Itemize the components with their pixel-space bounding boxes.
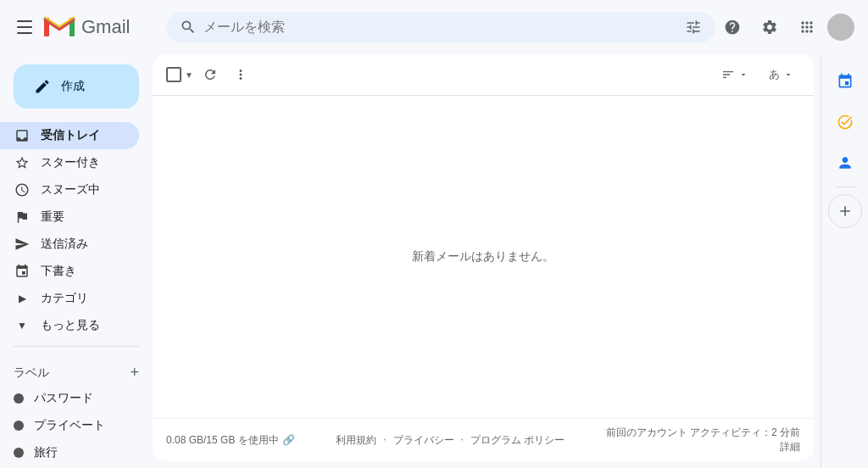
search-options-icon[interactable] (685, 19, 702, 36)
travel-dot (14, 448, 24, 458)
terms-link[interactable]: 利用規約 (336, 433, 376, 448)
password-label: パスワード (34, 391, 93, 406)
detail-link[interactable]: 詳細 (606, 440, 800, 454)
snoozed-label: スヌーズ中 (41, 182, 100, 198)
draft-icon (14, 264, 31, 279)
drafts-label: 下書き (41, 264, 76, 279)
sidebar-item-more[interactable]: ▼ もっと見る (0, 312, 139, 339)
more-options-button[interactable] (227, 61, 254, 88)
header: Gmail (0, 0, 868, 54)
checkbox-dropdown[interactable]: ▼ (185, 70, 193, 80)
sidebar-item-sent[interactable]: 送信済み (0, 231, 139, 258)
tasks-icon-btn[interactable] (828, 105, 862, 139)
help-button[interactable] (715, 10, 749, 44)
sidebar-item-snoozed[interactable]: スヌーズ中 (0, 176, 139, 203)
label-item-travel[interactable]: 旅行 (0, 439, 139, 466)
sent-label: 送信済み (41, 237, 88, 252)
compose-label: 作成 (61, 79, 85, 94)
sidebar-item-starred[interactable]: スター付き (0, 149, 139, 176)
inbox-icon (14, 128, 31, 143)
private-dot (14, 421, 24, 431)
avatar[interactable] (827, 14, 854, 41)
important-label: 重要 (41, 209, 64, 225)
select-all-checkbox[interactable] (166, 67, 181, 82)
sidebar-item-important[interactable]: 重要 (0, 203, 139, 231)
categories-label: カテゴリ (41, 291, 88, 306)
external-link-icon[interactable]: 🔗 (282, 434, 295, 446)
privacy-link[interactable]: プライバシー (393, 433, 454, 448)
apps-button[interactable] (790, 10, 824, 44)
sort-button[interactable] (715, 64, 755, 85)
starred-label: スター付き (41, 155, 100, 170)
compose-button[interactable]: 作成 (14, 64, 139, 109)
send-icon (14, 237, 31, 252)
travel-label: 旅行 (34, 445, 58, 460)
footer: 0.08 GB/15 GB を使用中 🔗 利用規約 · プライバシー · プログ… (153, 418, 814, 461)
toolbar: ▼ (153, 54, 814, 96)
main-layout: 作成 受信トレイ スター付き (0, 54, 868, 468)
email-list-area: 新着メールはありません。 (153, 96, 814, 418)
separator-1: · (383, 433, 386, 448)
add-app-button[interactable] (828, 194, 862, 228)
add-label-button[interactable]: + (130, 364, 139, 382)
gmail-m-icon (42, 14, 76, 40)
more-label: もっと見る (41, 318, 100, 333)
refresh-button[interactable] (197, 61, 224, 88)
search-icon (180, 19, 197, 36)
categories-chevron-icon: ▶ (14, 292, 31, 304)
gmail-logo: Gmail (42, 14, 130, 40)
compose-icon (34, 78, 51, 95)
private-label: プライベート (34, 418, 105, 433)
header-left: Gmail (14, 14, 166, 40)
sidebar: 作成 受信トレイ スター付き (0, 54, 153, 468)
labels-section: ラベル + パスワード プライベート 旅行 ▼ もっと見る (0, 354, 153, 468)
right-sidebar (821, 54, 868, 468)
sidebar-item-categories[interactable]: ▶ カテゴリ (0, 285, 139, 312)
labels-header: ラベル + (0, 360, 153, 385)
contacts-icon-btn[interactable] (828, 146, 862, 180)
clock-icon (14, 182, 31, 198)
labels-divider (14, 346, 139, 347)
password-dot (14, 393, 24, 404)
settings-button[interactable] (753, 10, 787, 44)
calendar-icon-btn[interactable] (828, 64, 862, 98)
important-icon (14, 209, 31, 225)
email-content: ▼ (153, 54, 814, 461)
search-bar (166, 12, 715, 42)
filter-button[interactable]: あ (762, 64, 800, 86)
label-item-password[interactable]: パスワード (0, 385, 139, 412)
inbox-label: 受信トレイ (41, 128, 100, 143)
header-right (715, 10, 854, 44)
label-item-private[interactable]: プライベート (0, 412, 139, 439)
filter-label: あ (769, 67, 780, 82)
star-icon (14, 155, 31, 170)
footer-right: 前回のアカウント アクティビティ：2 分前 詳細 (606, 426, 800, 454)
checkbox-area: ▼ (166, 67, 193, 82)
separator-2: · (461, 433, 464, 448)
empty-message: 新着メールはありません。 (412, 249, 554, 265)
search-input[interactable] (203, 20, 678, 35)
gmail-text: Gmail (81, 16, 130, 38)
footer-left: 0.08 GB/15 GB を使用中 🔗 (166, 433, 295, 448)
labels-title: ラベル (14, 365, 49, 381)
right-sidebar-divider (835, 187, 855, 187)
storage-info: 0.08 GB/15 GB を使用中 (166, 433, 279, 448)
activity-label: 前回のアカウント アクティビティ：2 分前 (606, 426, 800, 440)
sidebar-item-inbox[interactable]: 受信トレイ (0, 122, 139, 149)
sidebar-item-drafts[interactable]: 下書き (0, 258, 139, 285)
hamburger-icon[interactable] (14, 17, 34, 37)
toolbar-left: ▼ (166, 61, 254, 88)
policy-link[interactable]: プログラム ポリシー (470, 433, 565, 448)
toolbar-right: あ (715, 64, 800, 86)
more-chevron-icon: ▼ (14, 320, 31, 332)
footer-center: 利用規約 · プライバシー · プログラム ポリシー (336, 433, 565, 448)
